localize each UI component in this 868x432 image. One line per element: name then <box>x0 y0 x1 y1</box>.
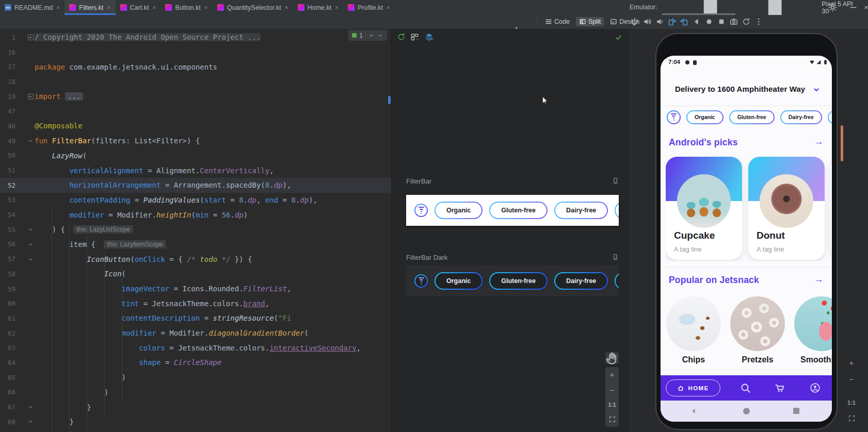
home-icon[interactable] <box>705 18 713 26</box>
tab-Home.kt[interactable]: Home.kt× <box>293 0 344 15</box>
code-line-55[interactable]: 55 ) { this: LazyListScope <box>0 222 391 237</box>
fold-down-icon[interactable] <box>27 256 34 263</box>
search-icon[interactable] <box>740 383 751 393</box>
run-on-device-icon[interactable] <box>612 177 619 184</box>
arrow-right-icon[interactable]: → <box>814 274 824 285</box>
code-line-58[interactable]: 58 Icon( <box>0 267 391 281</box>
code-line-63[interactable]: 63 colors = JetsnackTheme.colors.interac… <box>0 340 391 355</box>
zoom-fit-button[interactable] <box>609 416 616 423</box>
emulator-device-tab[interactable]: Pixel 5 API 30 × <box>667 0 868 15</box>
delivery-address-selector[interactable]: Delivery to 1600 Amphitheater Way <box>661 69 832 106</box>
tab-Filters.kt[interactable]: Filters.kt× <box>65 0 115 15</box>
zoom-in-button[interactable]: + <box>847 358 856 367</box>
close-icon[interactable]: × <box>204 4 208 11</box>
tab-README.md[interactable]: MDREADME.md× <box>0 0 65 15</box>
filter-chip-gluten-free[interactable]: Gluten-free <box>729 110 775 124</box>
chevron-up-icon[interactable] <box>368 32 375 39</box>
more-icon[interactable] <box>754 18 763 26</box>
code-line-17[interactable]: 17package com.example.jetsnack.ui.compon… <box>0 59 391 74</box>
mode-code-button[interactable]: Code <box>542 17 573 26</box>
snapshots-icon[interactable] <box>742 18 750 26</box>
tab-Button.kt[interactable]: Button.kt× <box>160 0 212 15</box>
popular-item-pretzels[interactable]: Pretzels <box>730 296 785 369</box>
code-line-66[interactable]: 66 ) <box>0 385 391 400</box>
volume-up-icon[interactable] <box>643 18 651 26</box>
code-line-47[interactable]: 47 <box>0 104 391 119</box>
code-line-49[interactable]: 49fun FilterBar(filters: List<Filter>) { <box>0 134 391 148</box>
zoom-actual-button[interactable]: 1:1 <box>847 400 856 406</box>
fold-up-icon[interactable] <box>27 404 34 411</box>
code-line-56[interactable]: 56 item { this: LazyItemScope <box>0 237 391 252</box>
code-line-50[interactable]: 50 LazyRow( <box>0 148 391 163</box>
fold-down-icon[interactable] <box>27 226 34 233</box>
code-editor[interactable]: 1+/ Copyright 2020 The Android Open Sour… <box>0 29 391 432</box>
code-line-61[interactable]: 61 contentDescription = stringResource("… <box>0 311 391 326</box>
minimize-icon[interactable] <box>849 3 858 12</box>
code-line-57[interactable]: 57 IconButton(onClick = { /* todo */ }) … <box>0 252 391 267</box>
recents-button[interactable] <box>793 408 799 414</box>
phone-screen[interactable]: 7:04 Delivery to 1600 Amphitheater Way O… <box>661 56 832 422</box>
code-line-64[interactable]: 64 shape = CircleShape <box>0 355 391 370</box>
run-on-device-icon[interactable] <box>612 254 619 260</box>
rotate-left-icon[interactable] <box>668 18 676 26</box>
back-button[interactable] <box>690 408 697 414</box>
fold-plus-icon[interactable]: + <box>27 93 34 100</box>
power-icon[interactable] <box>631 18 639 26</box>
code-line-1[interactable]: 1+/ Copyright 2020 The Android Open Sour… <box>0 30 391 45</box>
close-icon[interactable]: × <box>107 4 111 11</box>
zoom-in-button[interactable]: + <box>610 371 614 378</box>
fold-plus-icon[interactable]: + <box>27 34 34 41</box>
code-line-67[interactable]: 67 } <box>0 400 391 414</box>
close-icon[interactable]: × <box>864 4 868 11</box>
code-line-16[interactable]: 16 <box>0 45 391 60</box>
camera-icon[interactable] <box>730 18 738 26</box>
popular-item-chips[interactable]: Chips <box>666 296 721 369</box>
inspections-widget[interactable]: 1 <box>348 30 387 41</box>
rotate-right-icon[interactable] <box>680 18 688 26</box>
home-button[interactable] <box>743 408 750 414</box>
code-line-62[interactable]: 62 modifier = Modifier.diagonalGradientB… <box>0 326 391 341</box>
code-line-54[interactable]: 54 modifier = Modifier.heightIn(min = 56… <box>0 207 391 222</box>
snack-card-cupcake[interactable]: CupcakeA tag line <box>666 157 742 260</box>
arrow-right-icon[interactable]: → <box>814 136 824 147</box>
tab-Profile.kt[interactable]: Profile.kt× <box>343 0 395 15</box>
popular-item-smoothies[interactable]: Smoothies <box>794 296 832 369</box>
tab-QuantitySelector.kt[interactable]: QuantitySelector.kt× <box>213 0 293 15</box>
code-line-53[interactable]: 53 contentPadding = PaddingValues(start … <box>0 193 391 208</box>
fold-down-icon[interactable] <box>27 241 34 248</box>
fold-up-icon[interactable] <box>27 418 34 425</box>
refresh-icon[interactable] <box>397 32 406 41</box>
code-line-60[interactable]: 60 tint = JetsnackTheme.colors.brand, <box>0 296 391 311</box>
code-line-18[interactable]: 18 <box>0 74 391 89</box>
close-icon[interactable]: × <box>335 4 339 11</box>
tab-Cart.kt[interactable]: Cart.kt× <box>116 0 161 15</box>
snack-card-donut[interactable]: DonutA tag line <box>748 157 825 260</box>
code-line-19[interactable]: 19+import ... <box>0 89 391 104</box>
code-line-65[interactable]: 65 ) <box>0 370 391 385</box>
zoom-out-button[interactable]: − <box>610 387 614 394</box>
filter-chip-organic[interactable]: Organic <box>686 110 724 124</box>
nav-home-button[interactable]: HOME <box>666 379 720 396</box>
filter-icon[interactable] <box>667 110 681 124</box>
zoom-actual-button[interactable]: 1:1 <box>608 402 616 408</box>
cart-icon[interactable] <box>774 383 785 393</box>
close-icon[interactable]: × <box>387 4 390 11</box>
volume-down-icon[interactable] <box>655 18 664 26</box>
fold-down-icon[interactable] <box>27 137 34 144</box>
code-lines[interactable]: 1+/ Copyright 2020 The Android Open Sour… <box>0 30 391 429</box>
code-line-51[interactable]: 51 verticalAlignment = Alignment.CenterV… <box>0 163 391 178</box>
zoom-fit-button[interactable] <box>847 415 856 423</box>
zoom-out-button[interactable]: − <box>847 375 856 384</box>
code-line-59[interactable]: 59 imageVector = Icons.Rounded.FilterLis… <box>0 281 391 296</box>
overview-icon[interactable] <box>717 18 726 26</box>
gear-icon[interactable] <box>828 3 837 12</box>
filter-chip-partial[interactable] <box>828 110 832 124</box>
code-line-48[interactable]: 48@Composable <box>0 119 391 134</box>
mode-split-button[interactable]: Split <box>576 17 604 26</box>
back-icon[interactable] <box>693 18 701 26</box>
filter-chip-dairy-free[interactable]: Dairy-free <box>780 110 822 124</box>
pan-tool-button[interactable] <box>605 352 619 364</box>
code-line-68[interactable]: 68 } <box>0 414 391 429</box>
chevron-down-icon[interactable] <box>377 32 383 39</box>
close-icon[interactable]: × <box>285 4 288 11</box>
